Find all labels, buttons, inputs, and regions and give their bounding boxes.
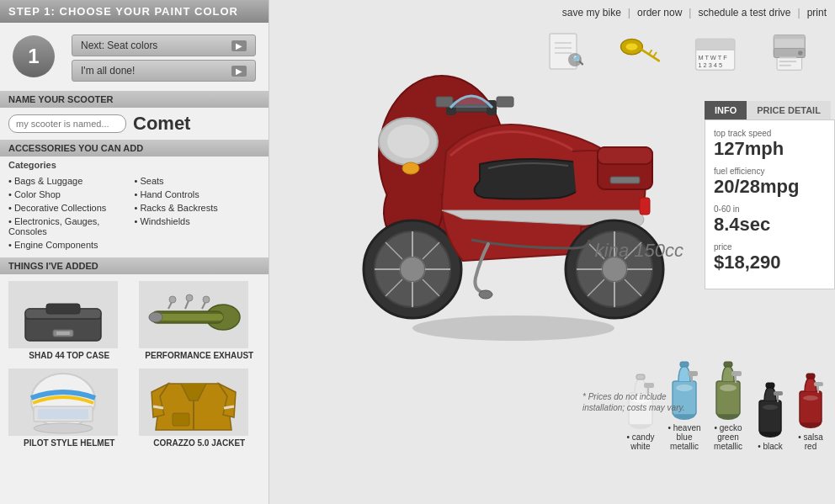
name-section-header: NAME YOUR SCOOTER (0, 91, 269, 108)
svg-rect-70 (610, 177, 640, 183)
svg-point-54 (400, 257, 425, 282)
category-seats[interactable]: Seats (135, 175, 261, 187)
category-decorative[interactable]: Decorative Collections (8, 202, 135, 214)
name-input-row: Comet (0, 108, 269, 140)
stat-label-accel: 0-60 in (714, 204, 826, 214)
tab-price-detail[interactable]: PRICE DETAIL (747, 101, 831, 119)
stat-value-fuel: 20/28mpg (714, 176, 826, 198)
scooter-name-main: kina 150cc (595, 240, 683, 262)
helmet-image (8, 369, 118, 436)
next-arrow-icon: ▶ (231, 40, 247, 51)
svg-rect-67 (497, 97, 513, 107)
category-racks[interactable]: Racks & Backrests (135, 202, 261, 214)
svg-point-100 (720, 385, 737, 391)
svg-rect-66 (436, 97, 453, 107)
svg-point-39 (203, 296, 210, 303)
categories-grid: Bags & Luggage Color Shop Decorative Col… (0, 173, 269, 252)
done-arrow-icon: ▶ (231, 66, 247, 77)
svg-rect-84 (640, 198, 650, 215)
svg-point-43 (34, 423, 93, 433)
svg-rect-105 (766, 383, 774, 388)
svg-rect-95 (688, 371, 698, 376)
svg-line-45 (224, 406, 234, 408)
svg-rect-26 (46, 304, 80, 314)
done-button[interactable]: I'm all done! ▶ (72, 60, 256, 82)
color-salsa-red[interactable]: • salsared (795, 368, 827, 451)
svg-point-83 (412, 316, 614, 341)
stat-value-accel: 8.4sec (714, 214, 826, 236)
scooter-display (295, 0, 699, 362)
svg-rect-111 (806, 374, 815, 379)
helmet-label: PILOT STYLE HELMET (8, 438, 130, 448)
svg-point-94 (676, 385, 693, 391)
svg-point-50 (387, 125, 429, 158)
stat-value-speed: 127mph (714, 138, 826, 160)
color-black[interactable]: • black (754, 377, 786, 451)
category-windshields[interactable]: Windshields (135, 215, 261, 227)
svg-rect-107 (774, 391, 783, 395)
stat-label-fuel: fuel efficiency (714, 167, 826, 176)
svg-line-44 (153, 406, 163, 408)
next-seats-button[interactable]: Next: Seat colors ▶ (72, 34, 256, 56)
svg-point-33 (149, 312, 162, 322)
scooter-name-input[interactable] (8, 114, 126, 133)
left-panel: STEP 1: CHOOSE YOUR PAINT COLOR 1 Next: … (0, 0, 269, 504)
step-title: STEP 1: CHOOSE YOUR PAINT COLOR (8, 5, 238, 18)
svg-rect-28 (56, 332, 70, 335)
stat-value-price: $18,290 (714, 252, 826, 273)
category-hand-controls[interactable]: Hand Controls (135, 188, 261, 200)
svg-point-112 (803, 395, 818, 401)
color-gecko-green[interactable]: • geckogreenmetallic (710, 354, 746, 451)
exhaust-label: PERFORMANCE EXHAUST (139, 351, 261, 360)
added-item-jacket: CORAZZO 5.0 JACKET (139, 369, 261, 448)
svg-rect-69 (598, 147, 652, 164)
black-label: • black (758, 442, 783, 451)
info-tabs: INFO PRICE DETAIL (705, 101, 835, 119)
svg-rect-89 (644, 383, 654, 388)
svg-point-38 (186, 294, 193, 301)
scooter-name-display-left: Comet (133, 113, 190, 135)
price-note: * Prices do not include installation; co… (582, 391, 705, 413)
category-bags[interactable]: Bags & Luggage (8, 175, 135, 187)
svg-rect-42 (38, 409, 88, 419)
categories-label: Categories (0, 157, 269, 173)
gecko-green-label: • geckogreenmetallic (714, 423, 742, 451)
svg-rect-87 (636, 374, 645, 379)
heaven-blue-label: • heavenbluemetallic (667, 423, 700, 451)
svg-rect-99 (724, 362, 732, 367)
stat-label-price: price (714, 242, 826, 252)
info-panel: INFO PRICE DETAIL top track speed 127mph… (705, 101, 835, 289)
salsa-red-label: • salsared (798, 432, 823, 451)
svg-rect-101 (731, 371, 742, 376)
step-header: STEP 1: CHOOSE YOUR PAINT COLOR (0, 0, 269, 23)
added-items-grid: SHAD 44 TOP CASE PERFORMAN (0, 274, 269, 454)
jacket-label: CORAZZO 5.0 JACKET (139, 438, 261, 448)
svg-rect-113 (814, 382, 823, 386)
jacket-image (139, 369, 248, 436)
candy-white-label: • candywhite (627, 432, 655, 451)
svg-point-51 (402, 162, 419, 174)
svg-rect-93 (680, 362, 689, 367)
category-electronics[interactable]: Electronics, Gauges, Consoles (8, 215, 135, 237)
category-color-shop[interactable]: Color Shop (8, 188, 135, 200)
tab-info[interactable]: INFO (705, 101, 747, 119)
svg-point-106 (763, 405, 778, 410)
top-case-label: SHAD 44 TOP CASE (8, 351, 130, 360)
added-item-top-case: SHAD 44 TOP CASE (8, 281, 130, 360)
svg-rect-46 (173, 413, 189, 426)
accessories-header: ACCESSORIES YOU CAN ADD (0, 140, 269, 157)
exhaust-image (139, 281, 248, 348)
top-case-image (8, 281, 118, 348)
step-circle: 1 (13, 35, 55, 77)
things-added-header: THINGS I'VE ADDED (0, 257, 269, 274)
info-content: top track speed 127mph fuel efficiency 2… (705, 119, 835, 289)
added-item-helmet: PILOT STYLE HELMET (8, 369, 130, 448)
svg-point-37 (169, 296, 176, 303)
category-engine[interactable]: Engine Components (8, 239, 135, 251)
added-item-exhaust: PERFORMANCE EXHAUST (139, 281, 261, 360)
stat-label-speed: top track speed (714, 129, 826, 138)
main-content: kina 150cc • candywhite (269, 0, 835, 504)
svg-point-82 (479, 290, 492, 299)
